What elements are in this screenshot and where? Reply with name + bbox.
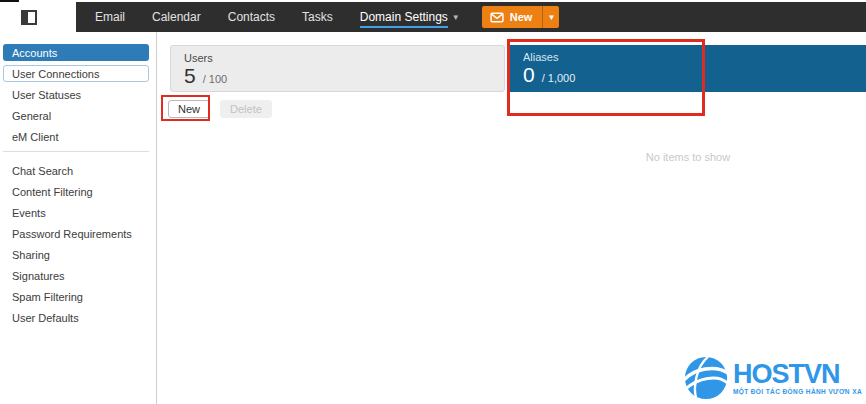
users-count: 5 bbox=[184, 64, 196, 88]
settings-sidebar: Accounts User Connections User Statuses … bbox=[0, 32, 157, 404]
sidebar-item-user-defaults[interactable]: User Defaults bbox=[3, 309, 149, 326]
users-count-card[interactable]: Users 5 / 100 bbox=[170, 45, 505, 92]
users-limit: / 100 bbox=[203, 73, 227, 85]
aliases-toolbar: New Delete bbox=[168, 100, 272, 118]
sidebar-item-password-requirements[interactable]: Password Requirements bbox=[3, 225, 149, 242]
sidebar-toggle-icon[interactable] bbox=[21, 10, 37, 25]
nav-item-tasks[interactable]: Tasks bbox=[302, 10, 333, 24]
chevron-down-icon: ▼ bbox=[452, 13, 460, 22]
sidebar-item-general[interactable]: General bbox=[3, 107, 149, 124]
hostvn-watermark: HOSTVN MỘT ĐỐI TÁC ĐỒNG HÀNH VƯƠN XA bbox=[683, 355, 862, 401]
sidebar-item-spam-filtering[interactable]: Spam Filtering bbox=[3, 288, 149, 305]
nav-item-email[interactable]: Email bbox=[95, 10, 125, 24]
empty-list-message: No items to show bbox=[510, 151, 866, 163]
sidebar-item-accounts[interactable]: Accounts bbox=[3, 44, 149, 61]
aliases-limit: / 1,000 bbox=[542, 72, 576, 84]
aliases-card-label: Aliases bbox=[523, 51, 866, 63]
sidebar-item-chat-search[interactable]: Chat Search bbox=[3, 162, 149, 179]
nav-item-domain-settings[interactable]: Domain Settings▼ bbox=[360, 10, 460, 24]
delete-alias-button: Delete bbox=[220, 100, 272, 118]
sidebar-item-sharing[interactable]: Sharing bbox=[3, 246, 149, 263]
sidebar-item-content-filtering[interactable]: Content Filtering bbox=[3, 183, 149, 200]
aliases-count: 0 bbox=[523, 63, 535, 87]
chevron-down-icon: ▼ bbox=[547, 13, 555, 22]
aliases-count-card[interactable]: Aliases 0 / 1,000 bbox=[510, 45, 866, 92]
hostvn-globe-icon bbox=[683, 355, 729, 401]
sidebar-item-em-client[interactable]: eM Client bbox=[3, 128, 149, 145]
hostvn-brand-text: HOSTVN bbox=[733, 361, 862, 388]
new-alias-button[interactable]: New bbox=[168, 100, 210, 118]
new-button-label: New bbox=[510, 11, 533, 23]
sidebar-item-signatures[interactable]: Signatures bbox=[3, 267, 149, 284]
new-button-topbar[interactable]: New bbox=[482, 6, 543, 28]
top-navbar: Email Calendar Contacts Tasks Domain Set… bbox=[76, 2, 866, 32]
new-button-dropdown[interactable]: ▼ bbox=[542, 6, 559, 28]
sidebar-divider bbox=[3, 151, 149, 152]
sidebar-item-user-connections[interactable]: User Connections bbox=[3, 65, 149, 82]
sidebar-item-user-statuses[interactable]: User Statuses bbox=[3, 86, 149, 103]
hostvn-tagline: MỘT ĐỐI TÁC ĐỒNG HÀNH VƯƠN XA bbox=[733, 389, 862, 396]
envelope-icon bbox=[490, 12, 504, 23]
users-card-label: Users bbox=[184, 52, 504, 64]
toggle-area bbox=[0, 2, 76, 32]
sidebar-item-events[interactable]: Events bbox=[3, 204, 149, 221]
nav-item-calendar[interactable]: Calendar bbox=[152, 10, 201, 24]
nav-item-contacts[interactable]: Contacts bbox=[228, 10, 275, 24]
new-split-button: New ▼ bbox=[482, 6, 560, 28]
